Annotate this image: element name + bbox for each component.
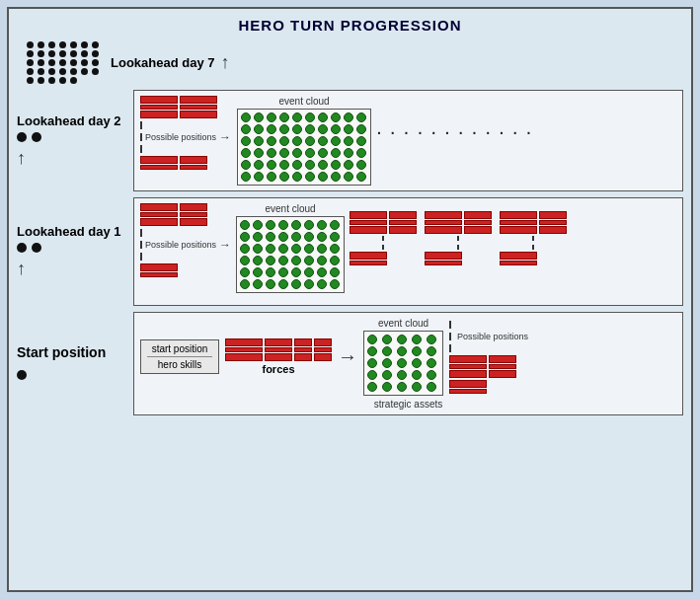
la2-possible: Possible positions →	[140, 121, 231, 153]
la1-dot1	[17, 243, 27, 253]
strategic-assets-label: strategic assets	[140, 399, 676, 410]
start-label: Start position	[17, 344, 106, 360]
la1-arrow-up: ↑	[17, 259, 26, 279]
hero-skills-text: hero skills	[147, 359, 212, 370]
start-assets-group: start position hero skills	[140, 339, 219, 374]
la2-arrow-up: ↑	[17, 148, 26, 169]
la1-box: Possible positions → event cloud	[133, 197, 683, 306]
la7-dot-area	[27, 41, 101, 84]
la2-ellipsis: · · · · · · · · · · · ·	[377, 96, 533, 141]
start-dot	[17, 370, 27, 380]
la2-label: Lookahead day 2	[17, 113, 120, 128]
la7-arrow-up: ↑	[220, 52, 229, 73]
la2-dot1	[17, 132, 27, 142]
start-box: start position hero skills	[133, 312, 683, 415]
la1-possible: Possible positions →	[140, 229, 231, 261]
start-possible-right: Possible positions	[449, 321, 528, 394]
la2-dot2	[32, 132, 41, 142]
la1-left: Lookahead day 1 ↑	[17, 224, 133, 279]
forces-label: forces	[262, 363, 294, 375]
la1-event-cloud: event cloud	[236, 203, 345, 293]
start-section: Start position start position hero skill…	[17, 312, 683, 415]
la7-label: Lookahead day 7	[111, 55, 214, 70]
start-left: Start position	[17, 344, 133, 384]
la2-left: Lookahead day 2 ↑	[17, 113, 133, 169]
forces-group: forces	[225, 338, 332, 375]
la2-event-cloud: event cloud	[237, 96, 371, 186]
la2-section: Lookahead day 2 ↑	[17, 90, 683, 191]
start-arrow: →	[338, 345, 357, 368]
la1-section: Lookahead day 1 ↑	[17, 197, 683, 306]
start-position-text: start position	[147, 343, 212, 354]
la1-bars-right	[350, 203, 567, 265]
la2-bars-left: Possible positions →	[140, 96, 231, 170]
la1-dot2	[32, 243, 41, 253]
la2-box: Possible positions →	[133, 90, 683, 191]
la1-label: Lookahead day 1	[17, 224, 120, 239]
page-title: HERO TURN PROGRESSION	[17, 17, 683, 34]
start-event-cloud: event cloud	[363, 318, 443, 396]
la1-bars-left: Possible positions →	[140, 203, 231, 277]
la7-dot	[27, 41, 34, 48]
main-container: HERO TURN PROGRESSION Lookahead day 7 ↑ …	[7, 7, 693, 592]
